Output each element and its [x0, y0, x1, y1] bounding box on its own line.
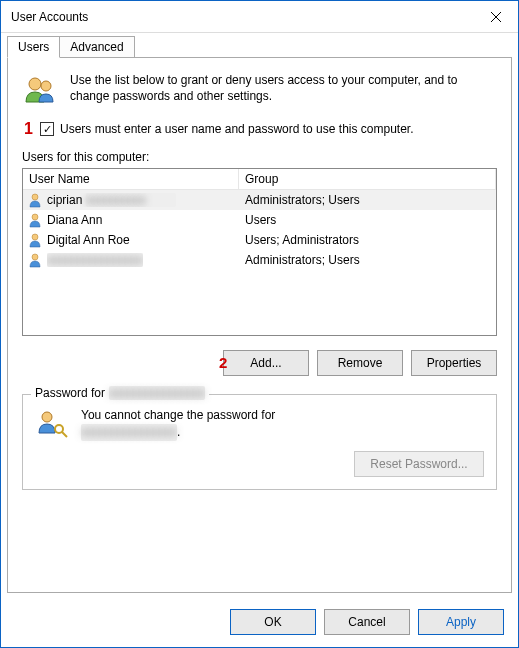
close-icon: [491, 12, 501, 22]
svg-point-9: [55, 425, 63, 433]
svg-point-7: [32, 254, 38, 260]
table-row[interactable]: Diana Ann Users: [23, 210, 496, 230]
add-button[interactable]: Add...: [223, 350, 309, 376]
user-name: Digital Ann Roe: [47, 233, 130, 247]
user-icon: [27, 232, 43, 248]
users-button-row: 2 Add... Remove Properties: [22, 350, 497, 376]
properties-button[interactable]: Properties: [411, 350, 497, 376]
key-user-icon: [35, 407, 69, 441]
must-enter-password-row: 1 ✓ Users must enter a user name and pas…: [26, 122, 497, 136]
users-table: User Name Group ciprian xxxxxxxxxx Admin…: [22, 168, 497, 336]
tab-advanced[interactable]: Advanced: [59, 36, 134, 58]
apply-button[interactable]: Apply: [418, 609, 504, 635]
user-icon: [27, 212, 43, 228]
user-group: Administrators; Users: [239, 253, 496, 267]
password-groupbox: Password for xxxxxxxxxxxxxxxx You cannot…: [22, 394, 497, 490]
user-group: Administrators; Users: [239, 193, 496, 207]
intro-text: Use the list below to grant or deny user…: [70, 72, 497, 108]
svg-point-4: [32, 194, 38, 200]
svg-point-2: [29, 78, 41, 90]
svg-point-6: [32, 234, 38, 240]
intro-section: Use the list below to grant or deny user…: [22, 72, 497, 108]
user-icon: [27, 192, 43, 208]
user-name: Diana Ann: [47, 213, 102, 227]
user-icon: [27, 252, 43, 268]
cancel-button[interactable]: Cancel: [324, 609, 410, 635]
password-message: You cannot change the password for xxxxx…: [81, 407, 275, 441]
svg-line-10: [62, 432, 67, 437]
svg-point-5: [32, 214, 38, 220]
tab-users-content: Use the list below to grant or deny user…: [7, 58, 512, 593]
user-group: Users: [239, 213, 496, 227]
reset-password-button: Reset Password...: [354, 451, 484, 477]
table-row[interactable]: xxxxxxxxxxxxxxxx Administrators; Users: [23, 250, 496, 270]
dialog-footer: OK Cancel Apply: [1, 599, 518, 647]
must-enter-password-checkbox[interactable]: ✓: [40, 122, 54, 136]
tab-users[interactable]: Users: [7, 36, 60, 58]
annotation-1: 1: [24, 120, 33, 138]
password-groupbox-legend: Password for xxxxxxxxxxxxxxxx: [31, 386, 209, 400]
user-name: xxxxxxxxxxxxxxxx: [47, 253, 143, 267]
ok-button[interactable]: OK: [230, 609, 316, 635]
svg-point-3: [41, 81, 51, 91]
user-group: Users; Administrators: [239, 233, 496, 247]
column-username[interactable]: User Name: [23, 169, 239, 189]
window-title: User Accounts: [11, 10, 473, 24]
remove-button[interactable]: Remove: [317, 350, 403, 376]
svg-point-8: [42, 412, 52, 422]
user-accounts-window: User Accounts Users Advanced Use the lis…: [0, 0, 519, 648]
must-enter-password-label: Users must enter a user name and passwor…: [60, 122, 414, 136]
users-icon: [22, 72, 58, 108]
users-table-header: User Name Group: [23, 169, 496, 190]
tabstrip: Users Advanced: [1, 33, 518, 58]
table-row[interactable]: Digital Ann Roe Users; Administrators: [23, 230, 496, 250]
user-name: ciprian xxxxxxxxxx: [47, 193, 176, 207]
table-row[interactable]: ciprian xxxxxxxxxx Administrators; Users: [23, 190, 496, 210]
column-group[interactable]: Group: [239, 169, 496, 189]
titlebar: User Accounts: [1, 1, 518, 33]
close-button[interactable]: [473, 1, 518, 33]
users-for-computer-label: Users for this computer:: [22, 150, 497, 164]
